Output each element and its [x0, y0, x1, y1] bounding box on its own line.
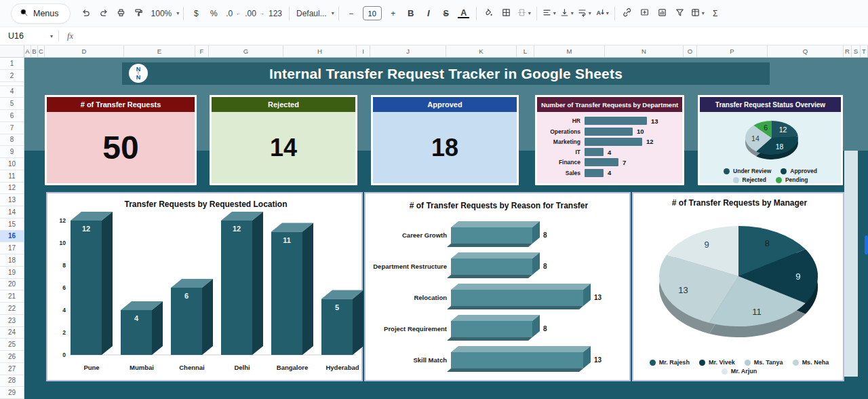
font-size-button[interactable]: 10: [361, 5, 384, 22]
row-header-15[interactable]: 15: [0, 218, 24, 231]
row-header-29[interactable]: 29: [0, 387, 24, 399]
insert-chart-button[interactable]: [654, 5, 671, 22]
fill-color-button[interactable]: [481, 5, 497, 22]
column-header-L[interactable]: L: [517, 45, 534, 57]
insert-link-button[interactable]: [619, 5, 635, 22]
bold-button[interactable]: B: [403, 5, 419, 22]
column-header-M[interactable]: M: [534, 45, 605, 57]
format-percent-button[interactable]: %: [205, 5, 222, 22]
column-header-D[interactable]: D: [45, 45, 124, 57]
select-all-corner[interactable]: [0, 45, 24, 57]
svg-text:A: A: [596, 10, 601, 16]
functions-button[interactable]: Σ: [707, 5, 724, 22]
column-header-P[interactable]: P: [697, 45, 768, 57]
row-header-12[interactable]: 12: [0, 183, 24, 195]
italic-button[interactable]: I: [420, 5, 437, 22]
paint-format-icon: [134, 8, 143, 19]
svg-text:Skill Match: Skill Match: [413, 356, 447, 364]
horizontal-align-button[interactable]: ▾: [541, 5, 557, 22]
insert-comment-button[interactable]: [637, 5, 653, 22]
format-currency-button[interactable]: $: [188, 5, 204, 22]
paint-format-button[interactable]: [131, 5, 147, 22]
create-filter-button[interactable]: [672, 5, 688, 22]
print-icon: [117, 8, 125, 19]
undo-button[interactable]: [78, 5, 94, 22]
row-header-27[interactable]: 27: [0, 363, 24, 375]
column-header-R[interactable]: R: [844, 45, 852, 57]
chevron-down-icon[interactable]: ▾: [50, 33, 53, 39]
row-header-1[interactable]: 1: [0, 58, 24, 70]
vertical-align-icon: [560, 8, 569, 19]
column-header-A[interactable]: A: [24, 45, 31, 57]
row-header-13[interactable]: 13: [0, 194, 24, 206]
decrease-decimal-places-button[interactable]: .0←: [223, 5, 241, 22]
row-header-8[interactable]: 8: [0, 134, 24, 147]
more-formats-button[interactable]: 123: [266, 5, 285, 22]
kpi-card-1-header: # of Transfer Requests: [47, 97, 195, 112]
menus-button[interactable]: Menus: [11, 3, 71, 24]
increase-font-size-button[interactable]: +: [385, 5, 401, 22]
row-header-18[interactable]: 18: [0, 254, 24, 267]
text-rotation-button[interactable]: A▾: [594, 5, 610, 22]
column-header-O[interactable]: O: [684, 45, 697, 57]
spreadsheet-canvas[interactable]: NtN Internal Transfer Request Tracker in…: [24, 58, 868, 399]
row-header-11[interactable]: 11: [0, 170, 24, 183]
row-header-19[interactable]: 19: [0, 267, 24, 279]
row-header-25[interactable]: 25: [0, 339, 24, 351]
manager-chart-card[interactable]: # of Transfer Requests by Manager8911139…: [632, 192, 844, 381]
column-header-B[interactable]: B: [31, 45, 38, 57]
column-header-I[interactable]: I: [357, 45, 370, 57]
search-icon: [20, 8, 28, 19]
row-header-14[interactable]: 14: [0, 206, 24, 218]
dept-value-label: 4: [608, 149, 611, 156]
row-header-7[interactable]: 7: [0, 122, 24, 134]
row-header-6[interactable]: 6: [0, 110, 24, 122]
department-chart-card-body[interactable]: HR13Operations10Marketing12IT4Finance7Sa…: [537, 112, 682, 183]
column-header-F[interactable]: F: [195, 45, 209, 57]
row-header-24[interactable]: 24: [0, 327, 24, 339]
column-header-K[interactable]: K: [446, 45, 517, 57]
text-wrapping-button[interactable]: ▾: [576, 5, 593, 22]
column-header-H[interactable]: H: [283, 45, 357, 57]
text-color-button[interactable]: A: [456, 5, 472, 22]
strikethrough-button[interactable]: S: [438, 5, 454, 22]
row-header-26[interactable]: 26: [0, 351, 24, 363]
font-family-button[interactable]: Defaul...▾: [294, 5, 334, 22]
cell-reference-box[interactable]: U16 ▾: [0, 31, 58, 41]
reason-chart-card[interactable]: # of Transfer Requests by Reason for Tra…: [364, 192, 631, 381]
column-header-S[interactable]: S: [852, 45, 861, 57]
column-header-N[interactable]: N: [605, 45, 684, 57]
redo-button[interactable]: [96, 5, 112, 22]
row-header-17[interactable]: 17: [0, 242, 24, 254]
zoom-button[interactable]: 100%▾: [149, 5, 180, 22]
column-header-J[interactable]: J: [370, 45, 446, 57]
vertical-align-button[interactable]: ▾: [559, 5, 575, 22]
vertical-scrollbar-thumb[interactable]: [865, 235, 868, 254]
row-header-20[interactable]: 20: [0, 279, 24, 291]
location-chart-card[interactable]: Transfer Requests by Requested Location0…: [46, 192, 363, 381]
table-button[interactable]: ▾: [690, 5, 706, 22]
column-header-T[interactable]: T: [861, 45, 868, 57]
column-header-C[interactable]: C: [38, 45, 45, 57]
row-header-28[interactable]: 28: [0, 375, 24, 387]
column-header-E[interactable]: E: [124, 45, 195, 57]
decrease-font-size-button[interactable]: −: [343, 5, 359, 22]
status-chart-card-body[interactable]: 1218146Under ReviewApprovedRejectedPendi…: [700, 112, 841, 183]
merge-cells-button[interactable]: ▾: [516, 5, 532, 22]
increase-decimal-places-button[interactable]: .00→: [242, 5, 264, 22]
column-header-G[interactable]: G: [209, 45, 283, 57]
row-header-2[interactable]: 2: [0, 70, 24, 82]
row-header-21[interactable]: 21: [0, 290, 24, 303]
column-header-Q[interactable]: Q: [768, 45, 844, 57]
print-button[interactable]: [113, 5, 130, 22]
row-header-4[interactable]: 4: [0, 86, 24, 98]
borders-button[interactable]: [498, 5, 515, 22]
chevron-down-icon: ▾: [553, 10, 556, 16]
row-header-22[interactable]: 22: [0, 303, 24, 315]
row-header-10[interactable]: 10: [0, 158, 24, 170]
row-header-5[interactable]: 5: [0, 98, 24, 110]
row-header-9[interactable]: 9: [0, 146, 24, 158]
row-header-23[interactable]: 23: [0, 315, 24, 327]
row-header-16[interactable]: 16: [0, 231, 24, 243]
legend-item: Ms. Neha: [793, 359, 829, 366]
